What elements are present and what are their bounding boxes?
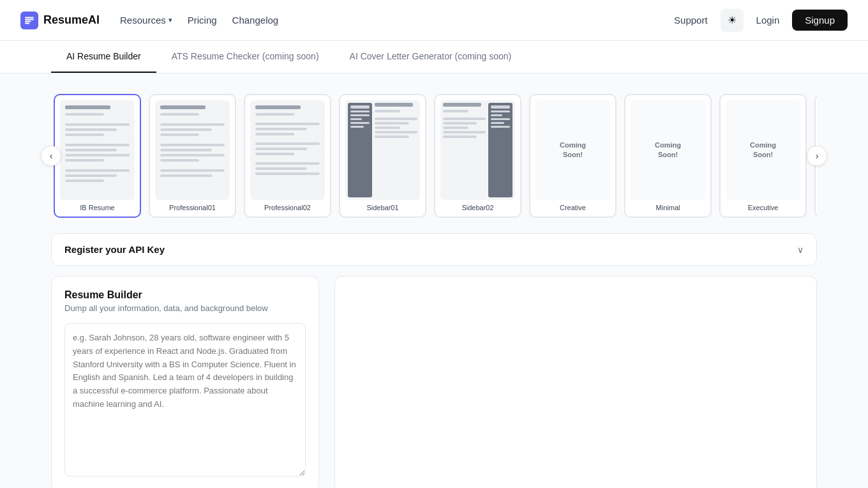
api-key-section: Register your API Key ∨: [51, 233, 817, 266]
template-professional02[interactable]: Professional02: [244, 94, 331, 218]
nav-resources[interactable]: Resources ▾: [120, 12, 172, 28]
template-name-executive: Executive: [748, 204, 779, 211]
navbar-left: ResumeAI Resources ▾ Pricing Changelog: [20, 11, 278, 29]
main-content: Resume Builder Dump all your information…: [0, 266, 868, 488]
template-preview-sidebar01: [345, 100, 420, 200]
creative-coming-soon-text: ComingSoon!: [560, 141, 586, 160]
template-ib-resume[interactable]: IB Resume: [54, 94, 141, 218]
executive-coming-soon-text: ComingSoon!: [750, 141, 776, 160]
api-key-title: Register your API Key: [64, 244, 165, 255]
navbar: ResumeAI Resources ▾ Pricing Changelog S…: [0, 0, 868, 41]
template-sidebar02[interactable]: Sidebar02: [434, 94, 521, 218]
template-name-professional01: Professional01: [169, 204, 216, 211]
template-preview-professional01: [155, 100, 230, 200]
theme-icon: ☀: [728, 14, 737, 26]
template-preview-executive: ComingSoon!: [726, 100, 800, 200]
resume-builder-title: Resume Builder: [64, 289, 306, 301]
api-key-header[interactable]: Register your API Key ∨: [52, 234, 816, 265]
left-panel: Resume Builder Dump all your information…: [51, 276, 319, 488]
chevron-down-icon: ∨: [797, 245, 804, 255]
template-minimal[interactable]: ComingSoon! Minimal: [624, 94, 712, 218]
template-name-professional02: Professional02: [264, 204, 311, 211]
resume-input[interactable]: [64, 323, 306, 477]
resume-builder-card: Resume Builder Dump all your information…: [51, 276, 319, 488]
template-professional01[interactable]: Professional01: [149, 94, 236, 218]
right-panel: [334, 276, 817, 488]
nav-pricing[interactable]: Pricing: [188, 12, 217, 28]
theme-toggle-button[interactable]: ☀: [721, 9, 744, 32]
brand-name: ResumeAI: [43, 13, 100, 27]
template-name-creative: Creative: [560, 204, 586, 211]
right-arrow-icon: ›: [816, 151, 819, 161]
left-arrow-icon: ‹: [50, 151, 53, 161]
template-creative[interactable]: ComingSoon! Creative: [529, 94, 617, 218]
template-executive[interactable]: ComingSoon! Executive: [719, 94, 807, 218]
template-preview-ib-resume: [60, 100, 135, 200]
logo-icon: [20, 11, 38, 29]
template-preview-minimal: ComingSoon!: [631, 100, 705, 200]
carousel-left-arrow[interactable]: ‹: [41, 146, 61, 166]
templates-section: ‹: [0, 73, 868, 223]
logo[interactable]: ResumeAI: [20, 11, 100, 29]
tab-ai-resume[interactable]: AI Resume Builder: [51, 41, 156, 73]
signup-button[interactable]: Signup: [792, 10, 848, 31]
nav-links: Resources ▾ Pricing Changelog: [120, 12, 278, 28]
tabs-bar: AI Resume Builder ATS Resume Checker (co…: [0, 41, 868, 73]
carousel-right-arrow[interactable]: ›: [807, 146, 827, 166]
minimal-coming-soon-text: ComingSoon!: [655, 141, 681, 160]
logo-svg: [24, 15, 35, 26]
nav-changelog[interactable]: Changelog: [232, 12, 279, 28]
templates-carousel: ‹: [51, 89, 817, 223]
tab-ats-checker[interactable]: ATS Resume Checker (coming soon): [156, 41, 334, 73]
template-name-ib-resume: IB Resume: [80, 204, 114, 211]
template-sidebar01[interactable]: Sidebar01: [339, 94, 426, 218]
template-preview-creative: ComingSoon!: [535, 100, 610, 200]
template-preview-professional02: [250, 100, 325, 200]
support-button[interactable]: Support: [669, 12, 713, 28]
template-name-minimal: Minimal: [656, 204, 680, 211]
template-name-sidebar02: Sidebar02: [461, 204, 493, 211]
login-button[interactable]: Login: [751, 12, 785, 28]
template-preview-sidebar02: [440, 100, 515, 200]
navbar-right: Support ☀ Login Signup: [669, 9, 848, 32]
resume-builder-subtitle: Dump all your information, data, and bac…: [64, 303, 306, 313]
templates-list: IB Resume: [51, 89, 817, 223]
chevron-down-icon: ▾: [168, 16, 172, 24]
tab-cover-letter[interactable]: AI Cover Letter Generator (coming soon): [334, 41, 527, 73]
template-name-sidebar01: Sidebar01: [366, 204, 398, 211]
